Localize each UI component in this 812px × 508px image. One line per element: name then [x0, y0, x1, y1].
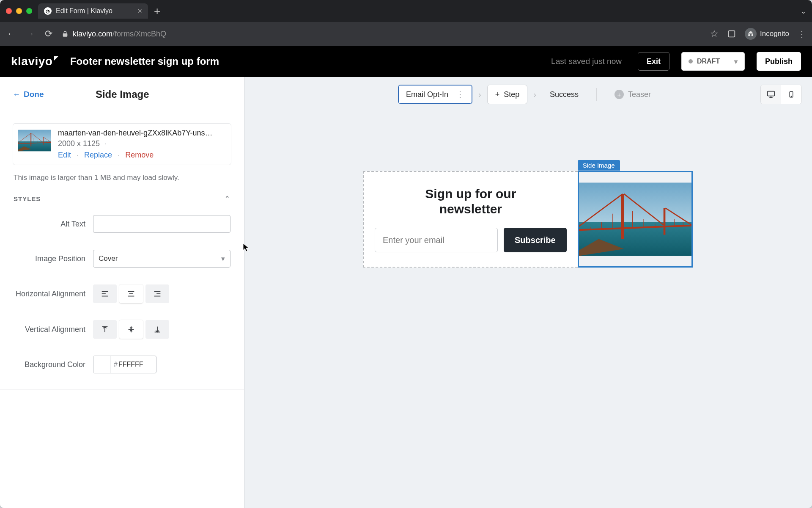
background-color-input[interactable]: # — [93, 356, 156, 373]
address-bar[interactable]: klaviyo.com/forms/XmcBhQ — [62, 30, 702, 39]
status-dropdown[interactable]: DRAFT ▾ — [681, 52, 745, 71]
background-color-row: Background Color # — [14, 356, 230, 373]
close-tab-icon[interactable]: × — [137, 7, 142, 16]
vertical-alignment-row: Vertical Alignment — [14, 320, 230, 339]
align-bottom-button[interactable] — [145, 320, 169, 339]
align-right-button[interactable] — [145, 284, 169, 303]
align-middle-button[interactable] — [119, 320, 143, 339]
mobile-preview-button[interactable] — [781, 85, 801, 104]
alt-text-input[interactable] — [93, 215, 230, 233]
sidebar-title: Side Image — [29, 88, 217, 100]
step-success[interactable]: Success — [542, 85, 586, 104]
incognito-indicator[interactable]: Incognito — [745, 28, 789, 40]
extensions-icon[interactable] — [727, 29, 736, 39]
browser-tab[interactable]: ◔ Edit Form | Klaviyo × — [38, 3, 148, 19]
plus-circle-icon: + — [614, 90, 624, 99]
side-image-selected[interactable] — [578, 171, 693, 268]
styles-section-header[interactable]: STYLES ⌃ — [14, 195, 230, 202]
image-thumbnail[interactable] — [18, 129, 51, 152]
minimize-window-icon[interactable] — [16, 8, 22, 14]
align-top-button[interactable] — [93, 320, 117, 339]
tabs-menu-icon[interactable]: ⌄ — [801, 7, 806, 15]
favicon-icon: ◔ — [44, 7, 52, 15]
chevron-right-icon: › — [478, 90, 481, 99]
image-position-label: Image Position — [14, 254, 85, 263]
add-step-button[interactable]: + Step — [487, 85, 528, 104]
image-position-row: Image Position Cover ▾ — [14, 250, 230, 268]
chevron-up-icon: ⌃ — [225, 195, 230, 202]
lock-icon — [62, 30, 69, 37]
desktop-preview-button[interactable] — [761, 85, 781, 104]
form-preview: Sign up for our newsletter Subscribe Sid… — [363, 171, 693, 268]
chevron-right-icon: › — [533, 90, 536, 99]
image-filename: maarten-van-den-heuvel-gZXx8lKAb7Y-uns… — [58, 129, 226, 138]
browser-menu-icon[interactable]: ⋮ — [798, 29, 806, 39]
browser-tabstrip: ◔ Edit Form | Klaviyo × + ⌄ — [0, 0, 812, 22]
svg-rect-13 — [729, 31, 735, 37]
url-text: klaviyo.com/forms/XmcBhQ — [73, 30, 166, 39]
device-preview-toggle — [760, 85, 802, 104]
close-window-icon[interactable] — [6, 8, 12, 14]
incognito-icon — [745, 28, 757, 40]
subscribe-button[interactable]: Subscribe — [504, 228, 567, 252]
vertical-alignment-label: Vertical Alignment — [14, 325, 85, 334]
bookmark-icon[interactable]: ☆ — [710, 28, 719, 39]
step-menu-icon[interactable]: ⋮ — [456, 89, 464, 99]
new-tab-button[interactable]: + — [154, 5, 160, 18]
window-controls — [6, 8, 32, 14]
canvas: Email Opt-In ⋮ › + Step › Success + Teas… — [244, 77, 812, 508]
canvas-stage[interactable]: Sign up for our newsletter Subscribe Sid… — [244, 112, 812, 508]
status-label: DRAFT — [697, 58, 720, 65]
tab-title: Edit Form | Klaviyo — [56, 7, 112, 15]
canvas-toolbar: Email Opt-In ⋮ › + Step › Success + Teas… — [244, 77, 812, 112]
arrow-left-icon: ← — [13, 90, 20, 99]
background-color-label: Background Color — [14, 360, 85, 369]
svg-rect-30 — [767, 91, 774, 96]
browser-toolbar: ← → ⟳ klaviyo.com/forms/XmcBhQ ☆ Incogni… — [0, 22, 812, 46]
chevron-down-icon: ▾ — [734, 58, 738, 66]
forward-button[interactable]: → — [25, 28, 36, 39]
page-title: Footer newsletter sign up form — [70, 55, 219, 67]
image-dimensions: 2000 x 1125 · — [58, 139, 226, 148]
step-email-optin[interactable]: Email Opt-In ⋮ — [398, 85, 472, 104]
email-input[interactable] — [375, 228, 498, 252]
image-position-select[interactable]: Cover ▾ — [93, 250, 230, 268]
browser-window: ◔ Edit Form | Klaviyo × + ⌄ ← → ⟳ klaviy… — [0, 0, 812, 508]
image-card: maarten-van-den-heuvel-gZXx8lKAb7Y-uns… … — [13, 123, 231, 165]
last-saved-text: Last saved just now — [551, 57, 622, 66]
image-size-warning: This image is larger than 1 MB and may l… — [14, 174, 230, 182]
logo-flag-icon: ◤ — [54, 55, 58, 61]
align-center-button[interactable] — [119, 284, 143, 303]
alt-text-row: Alt Text — [14, 215, 230, 233]
side-image-slot[interactable]: Side Image — [578, 171, 693, 268]
horizontal-alignment-label: Horizontal Alignment — [14, 290, 85, 298]
app-header: klaviyo◤ Footer newsletter sign up form … — [0, 46, 812, 77]
maximize-window-icon[interactable] — [26, 8, 32, 14]
side-image-tag: Side Image — [578, 160, 620, 171]
color-hex-input[interactable] — [118, 361, 152, 368]
horizontal-alignment-row: Horizontal Alignment — [14, 284, 230, 303]
publish-button[interactable]: Publish — [757, 52, 801, 71]
back-button[interactable]: ← — [6, 28, 17, 39]
alt-text-label: Alt Text — [14, 220, 85, 229]
workspace: ← Done Side Image maarten-van-den-heuvel… — [0, 77, 812, 508]
add-teaser-button[interactable]: + Teaser — [607, 85, 658, 104]
align-left-button[interactable] — [93, 284, 117, 303]
edit-image-link[interactable]: Edit — [58, 151, 71, 159]
replace-image-link[interactable]: Replace — [84, 151, 112, 159]
exit-button[interactable]: Exit — [638, 52, 669, 71]
svg-point-34 — [791, 96, 792, 97]
chevron-down-icon: ▾ — [221, 254, 225, 263]
sidebar: ← Done Side Image maarten-van-den-heuvel… — [0, 77, 244, 508]
status-dot-icon — [689, 59, 693, 64]
logo[interactable]: klaviyo◤ — [11, 55, 58, 68]
color-swatch[interactable] — [93, 356, 110, 373]
plus-circle-icon: + — [495, 90, 500, 99]
sidebar-header: ← Done Side Image — [0, 77, 244, 112]
form-content-area[interactable]: Sign up for our newsletter Subscribe — [363, 171, 578, 268]
desktop-icon — [766, 90, 776, 99]
form-headline[interactable]: Sign up for our newsletter — [411, 186, 530, 217]
image-actions: Edit · Replace · Remove — [58, 151, 226, 160]
reload-button[interactable]: ⟳ — [43, 28, 54, 39]
remove-image-link[interactable]: Remove — [125, 151, 154, 159]
